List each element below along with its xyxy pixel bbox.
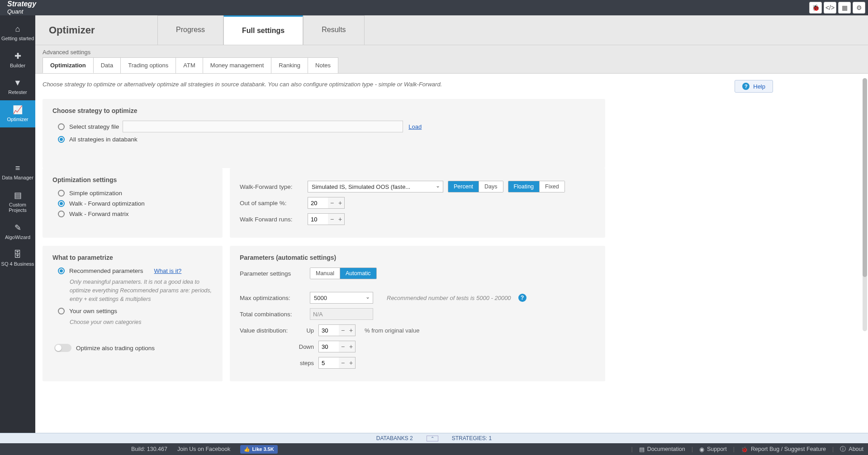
spin-minus-icon[interactable]: − — [339, 359, 347, 366]
subtab-money-management[interactable]: Money management — [203, 57, 272, 73]
spin-plus-icon[interactable]: + — [336, 216, 344, 223]
sidebar-item-label: AlgoWizard — [5, 235, 30, 240]
steps-spinner[interactable]: − + — [318, 357, 356, 369]
radio-wf-matrix[interactable] — [58, 211, 65, 217]
radio-simple-opt[interactable] — [58, 190, 65, 197]
grid-icon[interactable]: ▦ — [838, 2, 851, 14]
up-input[interactable] — [319, 325, 339, 336]
sidebar-item-builder[interactable]: ✚ Builder — [0, 47, 35, 74]
toggle-days[interactable]: Days — [479, 181, 503, 192]
tab-progress[interactable]: Progress — [157, 15, 223, 45]
percent-days-toggle: Percent Days — [448, 181, 503, 192]
load-link[interactable]: Load — [408, 123, 422, 130]
subtab-atm[interactable]: ATM — [175, 57, 203, 73]
rec-desc: Only meaningful parameters. It is not a … — [70, 278, 213, 303]
fb-like-button[interactable]: 👍 Like 3.5K — [240, 445, 277, 454]
tab-full-settings[interactable]: Full settings — [223, 15, 303, 45]
sidebar-item-sq4business[interactable]: 🗄 SQ 4 Business — [0, 245, 35, 272]
spin-plus-icon[interactable]: + — [347, 327, 355, 334]
support-label: Support — [707, 446, 727, 452]
runs-label: Walk Forward runs: — [240, 216, 308, 223]
spin-plus-icon[interactable]: + — [347, 343, 355, 350]
oos-spinner[interactable]: − + — [308, 197, 345, 209]
subtab-data[interactable]: Data — [93, 57, 121, 73]
intro-text: Choose strategy to optimize or alternati… — [43, 80, 442, 88]
gear-icon[interactable]: ⚙ — [853, 2, 865, 14]
toggle-fixed[interactable]: Fixed — [540, 181, 564, 192]
page-title: Optimizer — [35, 16, 157, 44]
sidebar-item-custom-projects[interactable]: ▤ Custom Projects — [0, 186, 35, 218]
help-icon: ? — [742, 83, 749, 90]
databanks-label[interactable]: DATABANKS 2 — [376, 435, 413, 441]
toggle-manual[interactable]: Manual — [310, 268, 340, 279]
down-label: Down — [293, 343, 318, 350]
radio-recommended-params[interactable] — [58, 267, 65, 274]
radio-select-file[interactable] — [58, 123, 65, 130]
databank-expand-icon[interactable]: ⌃ — [427, 436, 438, 441]
sidebar-item-retester[interactable]: ▼ Retester — [0, 74, 35, 100]
sidebar-item-label: Builder — [10, 63, 25, 68]
spin-plus-icon[interactable]: + — [347, 359, 355, 366]
down-spinner[interactable]: − + — [318, 341, 356, 352]
help-label: Help — [753, 83, 765, 90]
spin-minus-icon[interactable]: − — [339, 327, 347, 334]
toggle-percent[interactable]: Percent — [448, 181, 479, 192]
wf-type-select[interactable]: Simulated IS, Simulated OOS (faste... — [308, 181, 443, 192]
sidebar-item-label: Custom Projects — [9, 202, 27, 213]
subtab-notes[interactable]: Notes — [308, 57, 338, 73]
briefcase-icon: 🗄 — [1, 250, 34, 259]
manual-auto-toggle: Manual Automatic — [310, 267, 377, 279]
support-link[interactable]: ◉ Support — [699, 446, 727, 453]
report-bug-link[interactable]: 🐞 Report Bug / Suggest Feature — [741, 446, 826, 453]
tab-results[interactable]: Results — [303, 15, 364, 45]
info-icon[interactable]: ? — [518, 294, 526, 302]
sidebar-item-data-manager[interactable]: ≡ Data Manager — [0, 159, 35, 186]
report-bug-label: Report Bug / Suggest Feature — [751, 446, 826, 452]
facebook-link[interactable]: Join Us on Facebook — [177, 446, 230, 452]
radio-own-settings[interactable] — [58, 308, 65, 314]
runs-spinner[interactable]: − + — [308, 213, 345, 225]
steps-input[interactable] — [319, 357, 339, 368]
build-label: Build: 130.467 — [131, 446, 167, 452]
spin-plus-icon[interactable]: + — [336, 199, 344, 206]
steps-label: steps — [293, 360, 318, 366]
radio-all-strategies[interactable] — [58, 136, 65, 143]
oos-input[interactable] — [308, 197, 328, 208]
radio-label: Walk - Forward matrix — [69, 211, 129, 217]
sidebar-item-getting-started[interactable]: ⌂ Getting started — [0, 20, 35, 47]
up-spinner[interactable]: − + — [318, 324, 356, 336]
strategies-label: STRATEGIES: 1 — [452, 435, 492, 441]
help-button[interactable]: ? Help — [735, 80, 773, 93]
strategy-file-input[interactable] — [123, 121, 403, 132]
subtab-optimization[interactable]: Optimization — [43, 57, 94, 73]
wf-settings-panel: Walk-Forward type: Simulated IS, Simulat… — [230, 168, 605, 238]
bug-icon[interactable]: 🐞 — [809, 2, 822, 14]
scrollbar[interactable] — [863, 78, 867, 331]
scrollbar-thumb[interactable] — [863, 78, 867, 277]
spin-minus-icon[interactable]: − — [339, 343, 347, 350]
toggle-automatic[interactable]: Automatic — [340, 268, 376, 279]
radio-wf-opt[interactable] — [58, 200, 65, 207]
runs-input[interactable] — [308, 214, 328, 225]
documentation-link[interactable]: ▤ Documentation — [639, 446, 685, 453]
sidebar-item-algowizard[interactable]: ✎ AlgoWizard — [0, 218, 35, 245]
about-link[interactable]: ⓘ About — [840, 446, 863, 453]
radio-label: Your own settings — [69, 308, 117, 314]
trading-options-switch[interactable] — [54, 344, 71, 352]
sidebar-item-optimizer[interactable]: 📈 Optimizer — [0, 100, 35, 127]
panel-title: Parameters (automatic settings) — [240, 254, 595, 261]
subtab-ranking[interactable]: Ranking — [271, 57, 308, 73]
optimization-settings-panel: Optimization settings Simple optimizatio… — [43, 168, 223, 238]
radio-label: Select strategy file — [69, 123, 119, 130]
sidebar: ⌂ Getting started ✚ Builder ▼ Retester 📈… — [0, 15, 35, 433]
subtab-trading-options[interactable]: Trading options — [120, 57, 176, 73]
own-desc: Choose your own categories — [70, 318, 213, 327]
spin-minus-icon[interactable]: − — [328, 199, 336, 206]
spin-minus-icon[interactable]: − — [328, 216, 336, 223]
toggle-floating[interactable]: Floating — [508, 181, 540, 192]
code-icon[interactable]: </> — [824, 2, 836, 14]
what-is-it-link[interactable]: What is it? — [154, 267, 182, 274]
max-opt-select[interactable]: 5000 — [310, 292, 373, 304]
down-input[interactable] — [319, 341, 339, 352]
wf-type-label: Walk-Forward type: — [240, 183, 308, 190]
